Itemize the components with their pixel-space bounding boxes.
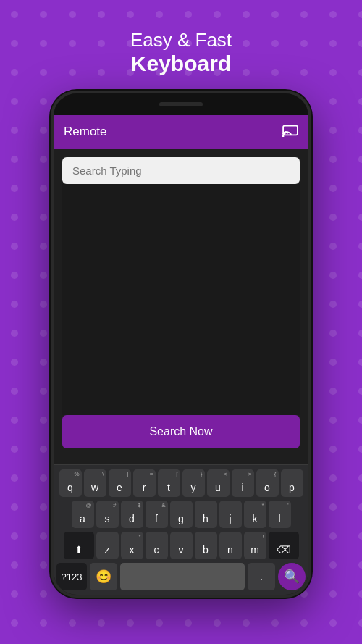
key-emoji[interactable]: 😊 (90, 563, 117, 590)
app-tagline: Easy & Fast Keyboard (130, 29, 232, 76)
key-l[interactable]: "l (269, 501, 291, 528)
key-shift[interactable]: ⬆ (64, 532, 94, 559)
search-input-wrapper[interactable] (62, 157, 300, 184)
key-period[interactable]: . (248, 563, 275, 590)
key-space[interactable] (120, 563, 245, 590)
key-backspace[interactable]: ⌫ (269, 532, 299, 559)
key-o[interactable]: {o (256, 469, 279, 497)
key-u[interactable]: <u (207, 469, 230, 497)
app-body: Search Now (54, 149, 308, 464)
key-d[interactable]: $d (121, 501, 143, 528)
key-num-switch[interactable]: ?123 (56, 563, 87, 590)
key-s[interactable]: #s (96, 501, 119, 528)
key-m[interactable]: !m (244, 532, 266, 559)
key-a[interactable]: @a (72, 501, 94, 528)
search-input[interactable] (72, 164, 290, 177)
key-t[interactable]: [t (158, 469, 180, 497)
search-now-button[interactable]: Search Now (62, 415, 300, 448)
keyboard-row-1: %q \w |e =r [t }y <u >i {o p (56, 469, 306, 497)
key-w[interactable]: \w (84, 469, 106, 497)
key-q[interactable]: %q (59, 469, 82, 497)
keyboard-row-3: ⬆ z *x c v b n !m ⌫ (56, 532, 306, 559)
key-v[interactable]: v (170, 532, 193, 559)
key-r[interactable]: =r (133, 469, 156, 497)
key-j[interactable]: j (219, 501, 242, 528)
key-g[interactable]: g (170, 501, 193, 528)
keyboard: %q \w |e =r [t }y <u >i {o p @a #s $d &f… (54, 464, 308, 595)
key-search[interactable]: 🔍 (278, 563, 306, 590)
cast-icon[interactable] (282, 124, 298, 141)
key-x[interactable]: *x (121, 532, 143, 559)
tagline-line1: Easy & Fast (130, 29, 232, 51)
key-k[interactable]: *k (244, 501, 266, 528)
key-n[interactable]: n (219, 532, 242, 559)
keyboard-row-2: @a #s $d &f g h j *k "l (56, 501, 306, 528)
key-f[interactable]: &f (146, 501, 168, 528)
key-y[interactable]: }y (182, 469, 205, 497)
key-e[interactable]: |e (109, 469, 131, 497)
key-i[interactable]: >i (232, 469, 254, 497)
tagline-line2: Keyboard (130, 51, 232, 76)
key-h[interactable]: h (195, 501, 217, 528)
key-b[interactable]: b (195, 532, 217, 559)
keyboard-bottom-row: ?123 😊 . 🔍 (56, 563, 306, 590)
key-p[interactable]: p (281, 469, 303, 497)
content-area (62, 184, 300, 415)
phone-speaker (159, 102, 203, 106)
phone-frame: Remote Search Now %q (51, 91, 311, 598)
key-z[interactable]: z (96, 532, 119, 559)
app-title: Remote (64, 125, 107, 139)
app-header: Remote (54, 115, 308, 149)
key-c[interactable]: c (146, 532, 168, 559)
phone-top-bar (54, 93, 308, 115)
